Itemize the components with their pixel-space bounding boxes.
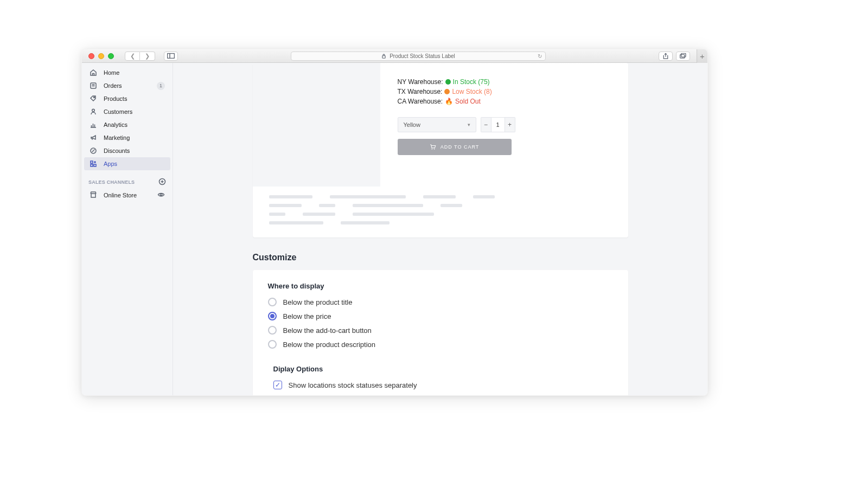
url-bar[interactable]: Product Stock Status Label ↻ xyxy=(291,52,546,61)
svg-point-7 xyxy=(92,109,95,112)
customize-heading: Customize xyxy=(253,253,628,262)
radio-icon xyxy=(268,340,277,349)
radio-icon xyxy=(268,298,277,306)
sidebar-item-marketing[interactable]: Marketing xyxy=(84,131,170,144)
sidebar-item-orders[interactable]: Orders 1 xyxy=(84,79,170,92)
svg-point-17 xyxy=(433,149,435,150)
variant-select[interactable]: Yellow ▾ xyxy=(398,117,476,132)
product-details: NY Warehouse: In Stock (75) TX Warehouse… xyxy=(398,63,628,187)
product-image-placeholder xyxy=(253,63,380,187)
description-skeleton xyxy=(253,187,628,224)
mac-titlebar: ❮ ❯ Product Stock Status Label ↻ + xyxy=(82,49,707,63)
window-close-icon[interactable] xyxy=(88,53,94,59)
status-dot-green-icon xyxy=(445,79,451,85)
sidebar-section-label: SALES CHANNELS xyxy=(88,179,135,185)
store-icon xyxy=(90,191,97,200)
cart-icon xyxy=(430,144,436,150)
refresh-icon[interactable]: ↻ xyxy=(538,53,542,59)
display-position-option[interactable]: Below the product description xyxy=(268,340,613,349)
product-preview-card: NY Warehouse: In Stock (75) TX Warehouse… xyxy=(253,63,628,237)
window-zoom-icon[interactable] xyxy=(108,53,114,59)
sidebar-item-label: Customers xyxy=(104,108,165,115)
lock-icon xyxy=(381,54,386,59)
chevron-down-icon: ▾ xyxy=(468,122,470,127)
stock-status-line: TX Warehouse: Low Stock (8) xyxy=(398,88,596,95)
sidebar-item-apps[interactable]: Apps xyxy=(84,157,170,170)
stock-status-value: Low Stock (8) xyxy=(452,88,492,95)
sidebar-section-title: SALES CHANNELS xyxy=(82,170,173,189)
chevron-left-icon: ❮ xyxy=(130,53,135,59)
display-position-option[interactable]: Below the product title xyxy=(268,298,613,306)
add-to-cart-button[interactable]: ADD TO CART xyxy=(398,139,512,155)
display-options-title: Diplay Options xyxy=(273,365,613,373)
share-button[interactable] xyxy=(659,52,673,61)
window-minimize-icon[interactable] xyxy=(98,53,104,59)
variant-selected-value: Yellow xyxy=(404,121,420,128)
add-channel-button[interactable] xyxy=(158,178,166,187)
variant-row: Yellow ▾ − 1 + xyxy=(398,117,596,132)
stock-location-label: TX Warehouse: xyxy=(398,88,443,95)
home-icon xyxy=(90,69,97,76)
qty-value: 1 xyxy=(492,117,505,132)
svg-rect-13 xyxy=(94,164,96,166)
status-dot-orange-icon xyxy=(444,89,450,94)
tag-icon xyxy=(90,95,97,102)
radio-label: Below the product description xyxy=(283,341,376,349)
stock-location-label: NY Warehouse: xyxy=(398,78,443,86)
megaphone-icon xyxy=(90,134,97,142)
discount-icon xyxy=(90,147,97,155)
stock-location-label: CA Warehouse: xyxy=(398,98,443,105)
toolbar-right-icons xyxy=(659,52,690,61)
svg-rect-2 xyxy=(382,55,385,58)
sidebar-item-label: Marketing xyxy=(104,134,165,141)
sidebar-item-label: Online Store xyxy=(104,192,137,198)
svg-rect-4 xyxy=(681,53,686,57)
radio-icon xyxy=(268,326,277,335)
quantity-stepper: − 1 + xyxy=(481,117,515,132)
radio-label: Below the product title xyxy=(283,298,353,306)
radio-label: Below the price xyxy=(283,312,331,320)
browser-window: ❮ ❯ Product Stock Status Label ↻ + xyxy=(81,49,708,396)
qty-increment-button[interactable]: + xyxy=(505,117,515,132)
stock-status-value: Sold Out xyxy=(455,98,481,105)
chart-icon xyxy=(90,121,97,129)
sidebar-item-label: Discounts xyxy=(104,147,165,154)
tabs-overview-button[interactable] xyxy=(676,52,690,61)
sidebar-item-products[interactable]: Products xyxy=(84,92,170,105)
plus-icon: + xyxy=(700,52,705,61)
sidebar-toggle-button[interactable] xyxy=(164,52,178,61)
main-content: NY Warehouse: In Stock (75) TX Warehouse… xyxy=(173,63,707,395)
stock-status-line: NY Warehouse: In Stock (75) xyxy=(398,78,596,86)
sidebar-item-customers[interactable]: Customers xyxy=(84,105,170,118)
chevron-right-icon: ❯ xyxy=(145,53,150,59)
page-title: Product Stock Status Label xyxy=(390,53,455,59)
svg-point-15 xyxy=(160,194,162,196)
svg-point-9 xyxy=(92,149,92,150)
show-locations-separately-checkbox[interactable]: Show locations stock statuses separately xyxy=(273,381,613,389)
svg-point-10 xyxy=(94,151,94,152)
new-tab-button[interactable]: + xyxy=(697,49,707,63)
nav-back-button[interactable]: ❮ xyxy=(125,52,140,61)
sidebar-channel-online-store[interactable]: Online Store xyxy=(84,189,170,202)
checkbox-checked-icon xyxy=(273,381,282,389)
sidebar-item-home[interactable]: Home xyxy=(84,66,170,79)
display-position-option[interactable]: Below the add-to-cart button xyxy=(268,326,613,335)
share-icon xyxy=(663,53,668,59)
sidebar-item-discounts[interactable]: Discounts xyxy=(84,144,170,157)
orders-badge: 1 xyxy=(157,82,165,90)
svg-rect-3 xyxy=(680,55,685,59)
sidebar-item-label: Analytics xyxy=(104,121,165,128)
customize-card: Where to display Below the product title… xyxy=(253,270,628,395)
sidebar-item-analytics[interactable]: Analytics xyxy=(84,118,170,131)
svg-rect-0 xyxy=(168,54,175,59)
apps-icon xyxy=(90,160,97,168)
preview-store-button[interactable] xyxy=(157,191,165,200)
radio-selected-icon xyxy=(268,312,277,320)
checkbox-label: Show locations stock statuses separately xyxy=(289,381,417,389)
qty-decrement-button[interactable]: − xyxy=(481,117,492,132)
person-icon xyxy=(90,108,97,115)
sidebar: Home Orders 1 Products Customers Analyti… xyxy=(82,63,173,395)
nav-forward-button[interactable]: ❯ xyxy=(140,52,155,61)
display-position-option[interactable]: Below the price xyxy=(268,312,613,320)
page: Home Orders 1 Products Customers Analyti… xyxy=(82,63,707,395)
